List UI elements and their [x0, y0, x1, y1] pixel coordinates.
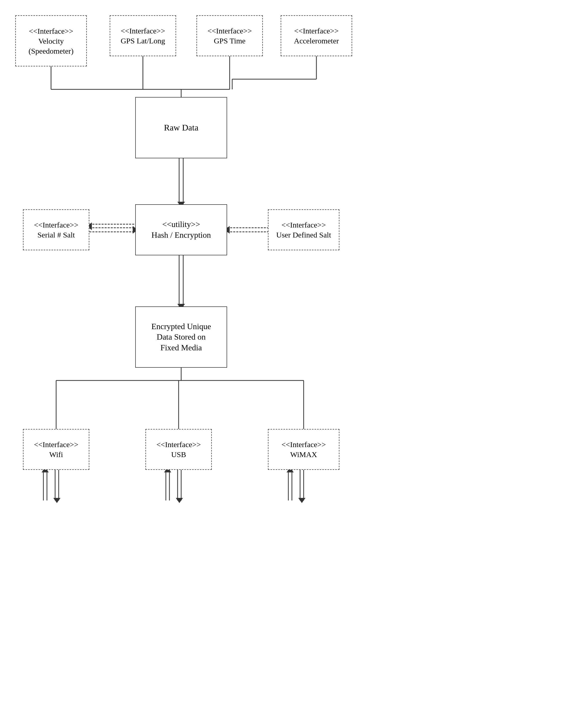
gps-time-box: <<Interface>> GPS Time [197, 15, 263, 56]
gps-time-label: <<Interface>> GPS Time [208, 26, 252, 46]
usb-label: <<Interface>> USB [157, 439, 201, 459]
gps-latlong-label: <<Interface>> GPS Lat/Long [121, 26, 165, 46]
wifi-box: <<Interface>> Wifi [23, 429, 89, 470]
hash-encryption-label: <<utility>> Hash / Encryption [152, 219, 211, 240]
svg-marker-43 [176, 498, 183, 503]
user-salt-box: <<Interface>> User Defined Salt [268, 209, 339, 250]
user-salt-label: <<Interface>> User Defined Salt [277, 220, 331, 240]
accelerometer-label: <<Interface>> Accelerometer [294, 26, 339, 46]
svg-marker-49 [298, 498, 305, 503]
serial-salt-label: <<Interface>> Serial # Salt [34, 220, 78, 240]
diagram-container: <<Interface>> Velocity (Speedometer) <<I… [0, 0, 568, 728]
svg-marker-37 [53, 498, 61, 503]
velocity-label: <<Interface>> Velocity (Speedometer) [29, 26, 74, 56]
raw-data-label: Raw Data [164, 122, 198, 133]
accelerometer-box: <<Interface>> Accelerometer [281, 15, 352, 56]
wifi-label: <<Interface>> Wifi [34, 439, 78, 459]
hash-encryption-box: <<utility>> Hash / Encryption [135, 204, 227, 255]
gps-latlong-box: <<Interface>> GPS Lat/Long [110, 15, 176, 56]
velocity-box: <<Interface>> Velocity (Speedometer) [15, 15, 87, 66]
raw-data-box: Raw Data [135, 97, 227, 158]
usb-box: <<Interface>> USB [146, 429, 212, 470]
encrypted-data-box: Encrypted Unique Data Stored on Fixed Me… [135, 306, 227, 368]
wimax-label: <<Interface>> WiMAX [282, 439, 326, 459]
serial-salt-box: <<Interface>> Serial # Salt [23, 209, 89, 250]
encrypted-data-label: Encrypted Unique Data Stored on Fixed Me… [151, 321, 211, 353]
wimax-box: <<Interface>> WiMAX [268, 429, 339, 470]
arrows-svg [0, 0, 568, 728]
